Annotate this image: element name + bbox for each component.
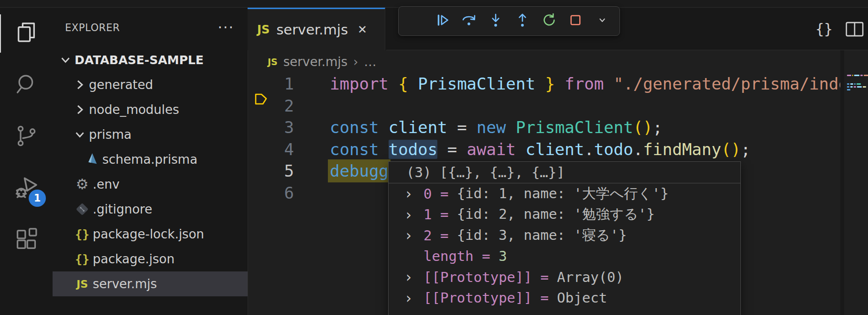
tree-item-label: DATABASE-SAMPLE bbox=[75, 53, 204, 67]
variable-name: [[Prototype]] = bbox=[423, 290, 557, 306]
activitybar-item-search[interactable] bbox=[0, 59, 53, 111]
git-icon bbox=[73, 202, 92, 216]
chevron-right-icon[interactable]: › bbox=[406, 269, 423, 285]
chevron-right-icon bbox=[73, 103, 87, 116]
tree-item-label: .env bbox=[93, 177, 119, 191]
tree-item-label: server.mjs bbox=[93, 277, 157, 291]
variable-value: {id: 2, name: '勉強する'} bbox=[457, 205, 655, 224]
line-number: 4 bbox=[248, 140, 294, 159]
variable-name: length = bbox=[423, 248, 499, 264]
tree-item-label: node_modules bbox=[89, 102, 179, 117]
chevron-down-icon bbox=[73, 129, 87, 140]
chevron-down-icon bbox=[58, 54, 73, 66]
minimap-line bbox=[847, 89, 850, 90]
more-debug-actions-button[interactable] bbox=[592, 11, 613, 32]
debug-variable-row[interactable]: ›1 = {id: 2, name: '勉強する'} bbox=[389, 204, 740, 225]
activitybar-item-explorer[interactable] bbox=[0, 8, 53, 59]
explorer-icon bbox=[14, 20, 39, 47]
breadcrumb-file[interactable]: server.mjs bbox=[283, 55, 347, 69]
minimap-line bbox=[847, 86, 866, 88]
step-into-button[interactable] bbox=[485, 11, 506, 32]
tab-server-mjs[interactable]: JS server.mjs ✕ bbox=[248, 8, 385, 50]
more-actions-icon[interactable]: ··· bbox=[217, 25, 234, 30]
chevron-right-icon bbox=[73, 79, 87, 91]
chevron-right-icon[interactable]: › bbox=[406, 227, 423, 244]
tree-item-generated[interactable]: generated bbox=[53, 72, 248, 97]
explorer-title: EXPLORER bbox=[65, 22, 120, 34]
tree-item--env[interactable]: ⚙.env bbox=[53, 172, 248, 197]
split-editor-icon[interactable] bbox=[845, 21, 864, 38]
breadcrumb: JS server.mjs › … bbox=[248, 50, 860, 73]
json-file-icon: {} bbox=[73, 227, 92, 241]
line-number: 6 bbox=[248, 183, 294, 202]
tree-item-prisma[interactable]: prisma bbox=[53, 122, 248, 147]
activitybar-item-extensions[interactable] bbox=[0, 214, 53, 266]
json-file-icon: {} bbox=[73, 252, 92, 266]
prisma-icon bbox=[82, 152, 101, 167]
tree-item--gitignore[interactable]: .gitignore bbox=[53, 197, 248, 222]
variable-value: 3 bbox=[499, 248, 507, 264]
debug-popup-header[interactable]: (3) [{…}, {…}, {…}] bbox=[389, 162, 740, 183]
editor-actions: {} bbox=[815, 8, 868, 50]
line-number: 2 bbox=[248, 96, 294, 115]
line-number: 1 bbox=[248, 74, 294, 93]
step-out-button[interactable] bbox=[512, 11, 533, 32]
more-debug-actions-icon bbox=[596, 13, 609, 29]
debug-variable-row[interactable]: ›0 = {id: 1, name: '大学へ行く'} bbox=[389, 183, 740, 204]
line-number: 3 bbox=[248, 118, 294, 137]
js-file-icon: JS bbox=[73, 278, 92, 290]
explorer-header: EXPLORER ··· bbox=[53, 8, 248, 47]
code-line-2[interactable]: 2 bbox=[248, 95, 840, 117]
code-line-4[interactable]: 4const todos = await client.todo.findMan… bbox=[248, 138, 840, 160]
debug-popup-rows: ›0 = {id: 1, name: '大学へ行く'}›1 = {id: 2, … bbox=[389, 183, 740, 308]
tree-item-server-mjs[interactable]: JSserver.mjs bbox=[53, 271, 248, 296]
variable-value: Array(0) bbox=[557, 269, 624, 285]
activitybar-item-source-control[interactable] bbox=[0, 111, 53, 163]
tab-label: server.mjs bbox=[276, 22, 348, 38]
stop-button[interactable] bbox=[565, 11, 586, 32]
debug-variable-row[interactable]: ›length = 3 bbox=[389, 246, 740, 267]
step-into-icon bbox=[488, 12, 504, 30]
tree-item-package-lock-json[interactable]: {}package-lock.json bbox=[53, 222, 248, 247]
drag-handle-icon bbox=[410, 12, 422, 30]
line-content: const client = new PrismaClient(); bbox=[330, 118, 662, 137]
variable-value: {id: 3, name: '寝る'} bbox=[457, 226, 627, 245]
debug-variable-row[interactable]: ›[[Prototype]] = Array(0) bbox=[389, 267, 740, 288]
minimap-line bbox=[847, 75, 868, 76]
close-tab-icon[interactable]: ✕ bbox=[358, 23, 367, 36]
extensions-icon bbox=[14, 227, 39, 254]
tree-item-label: package-lock.json bbox=[93, 227, 204, 241]
debug-value-popup: (3) [{…}, {…}, {…}] ›0 = {id: 1, name: '… bbox=[388, 161, 741, 315]
code-line-1[interactable]: 1import { PrismaClient } from "./generat… bbox=[248, 73, 840, 95]
variable-value: Object bbox=[557, 290, 607, 306]
variable-name: [[Prototype]] = bbox=[423, 269, 557, 285]
minimap-line bbox=[847, 83, 861, 85]
code-line-3[interactable]: 3const client = new PrismaClient(); bbox=[248, 116, 840, 138]
search-icon bbox=[14, 72, 39, 99]
stop-icon bbox=[567, 12, 584, 30]
step-over-button[interactable] bbox=[458, 11, 479, 32]
curly-braces-icon[interactable]: {} bbox=[815, 21, 833, 37]
drag-handle-button[interactable] bbox=[405, 11, 426, 32]
step-over-icon bbox=[460, 12, 478, 30]
chevron-right-icon[interactable]: › bbox=[406, 290, 423, 306]
tree-item-package-json[interactable]: {}package.json bbox=[53, 247, 248, 271]
tree-item-database-sample[interactable]: DATABASE-SAMPLE bbox=[53, 47, 248, 72]
chevron-right-icon[interactable]: › bbox=[406, 185, 423, 202]
tree-item-label: generated bbox=[89, 78, 153, 92]
activity-bar: 1 bbox=[0, 8, 53, 315]
debug-variable-row[interactable]: ›2 = {id: 3, name: '寝る'} bbox=[389, 225, 740, 246]
restart-button[interactable] bbox=[539, 11, 560, 32]
tree-item-schema-prisma[interactable]: schema.prisma bbox=[53, 147, 248, 172]
chevron-right-icon[interactable]: › bbox=[406, 206, 423, 223]
activitybar-item-run-and-debug[interactable]: 1 bbox=[0, 163, 53, 214]
debug-variable-row[interactable]: ›[[Prototype]] = Object bbox=[389, 288, 740, 309]
js-file-icon: JS bbox=[268, 56, 278, 67]
breadcrumb-separator: › bbox=[353, 55, 358, 69]
continue-icon bbox=[434, 12, 451, 30]
continue-button[interactable] bbox=[432, 11, 453, 32]
variable-name: 2 = bbox=[423, 227, 457, 244]
breadcrumb-symbol-ellipsis[interactable]: … bbox=[364, 55, 376, 69]
tree-item-node-modules[interactable]: node_modules bbox=[53, 97, 248, 122]
line-content: import { PrismaClient } from "./generate… bbox=[330, 74, 840, 93]
